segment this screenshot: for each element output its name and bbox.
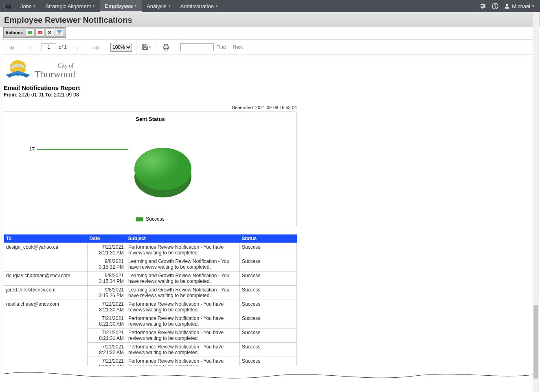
print-button[interactable]: [160, 42, 172, 53]
chevron-down-icon: ▾: [93, 4, 95, 8]
cell-subject: Performance Review Notification - You ha…: [126, 328, 240, 343]
nav-label: Analysis: [147, 3, 166, 9]
cell-subject: Performance Review Notification - You ha…: [126, 300, 240, 314]
save-button[interactable]: ▾: [140, 42, 152, 53]
cell-subject: Learning and Growth Review Notification …: [126, 257, 240, 272]
cell-subject: Performance Review Notification - You ha…: [126, 243, 240, 257]
cell-date: 7/21/2021 8:21:32 AM: [88, 343, 126, 357]
svg-rect-16: [143, 48, 147, 50]
svg-point-6: [481, 4, 483, 5]
nav-strategic-alignment[interactable]: Strategic Alignment▾: [40, 0, 100, 12]
svg-text:?: ?: [39, 31, 41, 35]
nav-label: Administration: [180, 3, 214, 9]
col-date: Date: [88, 234, 126, 243]
chart-legend: Success: [4, 216, 296, 222]
legend-swatch-icon: [136, 217, 143, 221]
report-logo: City of Thurwood: [4, 59, 536, 82]
chevron-down-icon: ▾: [149, 45, 151, 49]
action-cancel-button[interactable]: ✕: [45, 28, 54, 37]
settings-sliders-icon[interactable]: [480, 3, 486, 9]
prev-page-button[interactable]: ‹: [24, 42, 36, 53]
cell-date: 9/8/2021 3:15:24 PM: [88, 272, 126, 286]
notifications-table: To Date Subject Status design_cook@yahoo…: [4, 234, 297, 371]
page-of-label: of 1: [59, 44, 67, 50]
cell-date: 7/21/2021 8:21:31 AM: [88, 328, 126, 343]
report-viewer-toolbar: ⏮ ‹ of 1 › ⏭ 100% ▾ Find | Next: [2, 39, 538, 55]
report-title: Email Notifications Report: [4, 84, 536, 91]
chevron-down-icon: ▾: [532, 4, 534, 8]
logo-text-small: City of: [35, 63, 74, 69]
find-input[interactable]: [180, 43, 214, 51]
cell-status: Success: [240, 300, 297, 314]
user-name: Michael: [512, 3, 530, 9]
nav-label: Jobs: [20, 3, 31, 9]
action-filter-button[interactable]: [55, 28, 64, 37]
svg-point-7: [484, 6, 485, 7]
chart-title: Sent Status: [4, 112, 296, 122]
nav-items: Jobs▾ Strategic Alignment▾ Employees▾ An…: [15, 0, 223, 12]
report-body: City of Thurwood Email Notifications Rep…: [2, 56, 538, 374]
svg-rect-15: [143, 45, 146, 46]
cell-date: 7/21/2021 8:21:31 AM: [88, 243, 126, 257]
chevron-down-icon: ▾: [216, 4, 218, 8]
cell-to: design_cook@yahoo.ca: [4, 243, 88, 272]
pie-icon: [128, 140, 202, 206]
chevron-down-icon: ▾: [169, 4, 171, 8]
svg-point-23: [134, 148, 191, 190]
table-row: noella.chase@encv.com7/21/2021 8:21:30 A…: [4, 300, 297, 314]
cell-status: Success: [240, 343, 297, 357]
next-page-button[interactable]: ›: [72, 42, 83, 53]
page-title: Employee Reviewer Notifications: [0, 12, 540, 27]
chevron-down-icon: ▾: [135, 4, 137, 8]
svg-point-8: [482, 7, 483, 9]
cell-date: 9/8/2021 3:15:32 PM: [88, 257, 126, 272]
cell-to: noella.chase@encv.com: [4, 300, 88, 371]
nav-analysis[interactable]: Analysis▾: [142, 0, 175, 12]
report-date-range: From: 2020-01-01 To: 2021-09-08: [4, 92, 536, 98]
nav-administration[interactable]: Administration▾: [176, 0, 223, 12]
actions-toolbar: Actions: ? ✕: [3, 27, 66, 38]
cell-status: Success: [240, 314, 297, 328]
logo-text-big: Thurwood: [35, 69, 75, 79]
cell-to: jared.thirsk@encv.com: [4, 286, 88, 300]
cell-subject: Performance Review Notification - You ha…: [126, 314, 240, 328]
cell-subject: Learning and Growth Review Notification …: [126, 286, 240, 300]
table-row: douglas.chapman@encv.com9/8/2021 3:15:24…: [4, 272, 297, 286]
find-next-button[interactable]: Next: [233, 44, 243, 50]
svg-rect-12: [28, 31, 32, 34]
col-subject: Subject: [126, 234, 240, 243]
first-page-button[interactable]: ⏮: [6, 42, 17, 53]
chart-value-label: 17: [29, 147, 35, 152]
top-nav: Jobs▾ Strategic Alignment▾ Employees▾ An…: [0, 0, 540, 12]
user-menu[interactable]: Michael ▾: [504, 3, 534, 9]
cell-status: Success: [240, 328, 297, 343]
page-number-input[interactable]: [42, 43, 56, 51]
table-header-row: To Date Subject Status: [4, 234, 297, 243]
svg-text:?: ?: [494, 4, 496, 9]
cell-status: Success: [240, 257, 297, 272]
action-flag-button[interactable]: ?: [35, 28, 44, 37]
nav-jobs[interactable]: Jobs▾: [15, 0, 40, 12]
chart-leader-line: [37, 149, 128, 150]
cell-subject: Learning and Growth Review Notification …: [126, 272, 240, 286]
cell-date: 7/21/2021 8:21:30 AM: [88, 314, 126, 328]
brand-icon: [4, 2, 12, 10]
zoom-select[interactable]: 100%: [110, 43, 132, 52]
svg-point-11: [506, 4, 508, 6]
action-approve-button[interactable]: [26, 28, 35, 37]
last-page-button[interactable]: ⏭: [90, 42, 102, 53]
cell-status: Success: [240, 286, 297, 300]
nav-label: Employees: [105, 3, 133, 9]
nav-employees[interactable]: Employees▾: [100, 0, 142, 12]
help-icon[interactable]: ?: [492, 3, 498, 9]
vertical-scrollbar[interactable]: [533, 12, 539, 390]
sent-status-chart: Sent Status 17 Success: [4, 112, 297, 226]
cell-status: Success: [240, 272, 297, 286]
chevron-down-icon: ▾: [33, 4, 35, 8]
cell-to: douglas.chapman@encv.com: [4, 272, 88, 286]
legend-label: Success: [146, 216, 164, 222]
cell-subject: Performance Review Notification - You ha…: [126, 343, 240, 357]
table-row: design_cook@yahoo.ca7/21/2021 8:21:31 AM…: [4, 243, 297, 257]
nav-label: Strategic Alignment: [45, 3, 91, 9]
find-button[interactable]: Find: [216, 44, 226, 50]
